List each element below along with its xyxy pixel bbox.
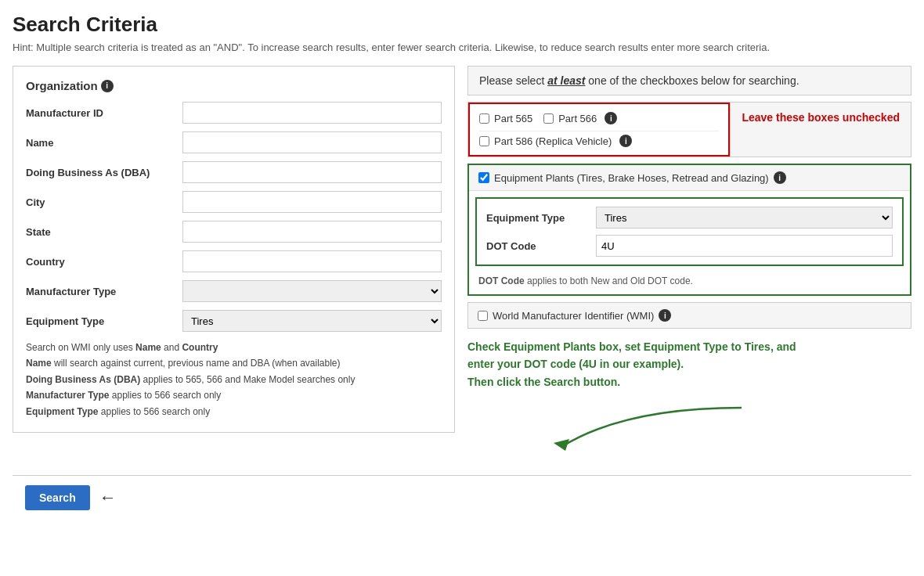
dot-code-row: DOT Code bbox=[486, 235, 893, 257]
manufacturer-type-label: Manufacturer Type bbox=[26, 286, 182, 297]
search-button[interactable]: Search bbox=[25, 485, 90, 510]
part565-row: Part 565 Part 566 i bbox=[479, 112, 719, 124]
state-row: State bbox=[26, 221, 442, 243]
dot-code-note: DOT Code applies to both New and Old DOT… bbox=[469, 272, 910, 294]
wmi-checkbox[interactable] bbox=[478, 311, 488, 321]
dba-input[interactable] bbox=[182, 161, 442, 183]
part565-label[interactable]: Part 565 bbox=[494, 113, 532, 124]
part566-checkbox[interactable] bbox=[543, 113, 554, 124]
left-equipment-type-label: Equipment Type bbox=[26, 315, 182, 327]
right-equipment-type-row: Equipment Type -- Tires Brake Hoses Retr… bbox=[486, 207, 893, 229]
part586-label[interactable]: Part 586 (Replica Vehicle) bbox=[494, 135, 612, 147]
wmi-label[interactable]: World Manufacturer Identifier (WMI) bbox=[493, 310, 654, 322]
equipment-plants-header: Equipment Plants (Tires, Brake Hoses, Re… bbox=[469, 165, 910, 191]
name-input[interactable] bbox=[182, 131, 442, 153]
name-label: Name bbox=[26, 137, 182, 149]
right-equipment-type-select[interactable]: -- Tires Brake Hoses Retread Glazing bbox=[596, 207, 893, 229]
right-panel: Please select at least one of the checkb… bbox=[467, 66, 911, 463]
country-input[interactable] bbox=[182, 250, 442, 272]
arrow-container bbox=[467, 400, 911, 463]
red-note-section: Leave these boxes unchecked bbox=[730, 103, 911, 157]
org-title-text: Organization bbox=[26, 79, 98, 92]
equipment-plants-body: Equipment Type -- Tires Brake Hoses Retr… bbox=[475, 197, 904, 266]
wmi-notes: Search on WMI only uses Name and Country… bbox=[26, 340, 442, 419]
country-row: Country bbox=[26, 250, 442, 272]
select-hint-box: Please select at least one of the checkb… bbox=[467, 66, 911, 95]
equipment-plants-label[interactable]: Equipment Plants (Tires, Brake Hoses, Re… bbox=[494, 172, 769, 184]
dba-label: Doing Business As (DBA) bbox=[26, 167, 182, 178]
page-title: Search Criteria bbox=[13, 13, 911, 37]
green-instruction: Check Equipment Plants box, set Equipmen… bbox=[467, 335, 911, 394]
state-input[interactable] bbox=[182, 221, 442, 243]
dot-code-label: DOT Code bbox=[486, 240, 596, 252]
city-label: City bbox=[26, 196, 182, 208]
manufacturer-id-label: Manufacturer ID bbox=[26, 107, 182, 119]
select-hint-text: Please select at least one of the checkb… bbox=[479, 74, 799, 87]
part566-label[interactable]: Part 566 bbox=[558, 113, 597, 124]
left-equipment-type-row: Equipment Type Tires Tires Brake Hoses R… bbox=[26, 310, 442, 332]
manufacturer-type-row: Manufacturer Type bbox=[26, 280, 442, 302]
name-row: Name bbox=[26, 131, 442, 153]
organization-section-title: Organization i bbox=[26, 79, 442, 92]
right-equipment-type-label: Equipment Type bbox=[486, 212, 596, 224]
wmi-info-icon[interactable]: i bbox=[659, 309, 671, 322]
part586-checkbox[interactable] bbox=[479, 136, 489, 146]
arrow-right-icon: ← bbox=[99, 488, 117, 508]
organization-info-icon[interactable]: i bbox=[101, 80, 114, 92]
manufacturer-id-input[interactable] bbox=[182, 102, 442, 124]
state-label: State bbox=[26, 226, 182, 238]
city-input[interactable] bbox=[182, 191, 442, 213]
part565-checkbox[interactable] bbox=[479, 113, 489, 124]
svg-marker-0 bbox=[554, 439, 569, 451]
parts-checkboxes-section: Part 565 Part 566 i Part 586 (Replica Ve… bbox=[468, 103, 730, 157]
wmi-section: World Manufacturer Identifier (WMI) i bbox=[467, 302, 911, 329]
arrow-svg bbox=[467, 400, 781, 463]
hint-text: Hint: Multiple search criteria is treate… bbox=[13, 41, 911, 53]
manufacturer-type-select[interactable] bbox=[182, 280, 442, 302]
red-note-text: Leave these boxes unchecked bbox=[742, 110, 900, 126]
manufacturer-id-row: Manufacturer ID bbox=[26, 102, 442, 124]
dba-row: Doing Business As (DBA) bbox=[26, 161, 442, 183]
left-panel: Organization i Manufacturer ID Name Doin… bbox=[13, 66, 455, 433]
equipment-plants-checkbox[interactable] bbox=[478, 172, 489, 183]
part566-info-icon[interactable]: i bbox=[605, 112, 617, 124]
city-row: City bbox=[26, 191, 442, 213]
bottom-bar: Search ← bbox=[13, 475, 911, 520]
part586-info-icon[interactable]: i bbox=[619, 135, 632, 147]
part586-row: Part 586 (Replica Vehicle) i bbox=[479, 135, 719, 147]
equipment-plants-info-icon[interactable]: i bbox=[774, 171, 786, 184]
equipment-plants-section: Equipment Plants (Tires, Brake Hoses, Re… bbox=[467, 164, 911, 296]
left-equipment-type-select[interactable]: Tires Tires Brake Hoses Retread Glazing bbox=[182, 310, 442, 332]
parts-container: Part 565 Part 566 i Part 586 (Replica Ve… bbox=[467, 102, 911, 157]
country-label: Country bbox=[26, 256, 182, 268]
dot-code-input[interactable] bbox=[596, 235, 893, 257]
